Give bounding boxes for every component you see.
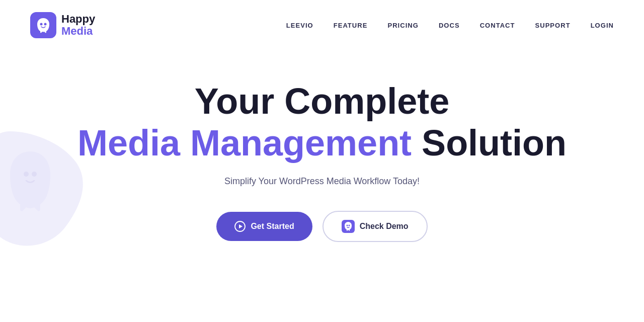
nav-docs[interactable]: DOCS <box>439 22 460 29</box>
get-started-button[interactable]: Get Started <box>216 212 312 241</box>
nav-contact[interactable]: CONTACT <box>480 22 515 29</box>
nav-feature[interactable]: FEATURE <box>334 22 368 29</box>
logo-happy-text: Happy <box>61 13 95 25</box>
svg-marker-7 <box>239 224 243 228</box>
hero-section: Your Complete Media Management Solution … <box>0 50 644 242</box>
logo[interactable]: Happy Media <box>30 12 95 38</box>
hero-title: Your Complete Media Management Solution <box>77 80 567 164</box>
svg-point-4 <box>24 172 29 177</box>
nav-login[interactable]: LOGIN <box>591 22 614 29</box>
hero-buttons: Get Started Check Demo <box>216 211 427 242</box>
header: Happy Media LEEVIO FEATURE PRICING DOCS … <box>0 0 644 50</box>
nav-support[interactable]: SUPPORT <box>535 22 571 29</box>
svg-point-10 <box>348 224 350 226</box>
logo-icon <box>30 12 56 38</box>
svg-point-2 <box>40 23 43 26</box>
hero-subtitle: Simplify Your WordPress Media Workflow T… <box>224 176 420 187</box>
nav-pricing[interactable]: PRICING <box>387 22 418 29</box>
nav-leevio[interactable]: LEEVIO <box>286 22 313 29</box>
play-icon <box>234 221 246 232</box>
svg-point-3 <box>44 23 47 26</box>
svg-point-9 <box>346 224 348 226</box>
demo-icon <box>342 220 355 233</box>
svg-point-5 <box>32 172 37 177</box>
blob-decoration <box>0 121 111 252</box>
check-demo-button[interactable]: Check Demo <box>323 211 428 242</box>
logo-media-text: Media <box>61 25 95 37</box>
main-nav: LEEVIO FEATURE PRICING DOCS CONTACT SUPP… <box>286 22 614 29</box>
